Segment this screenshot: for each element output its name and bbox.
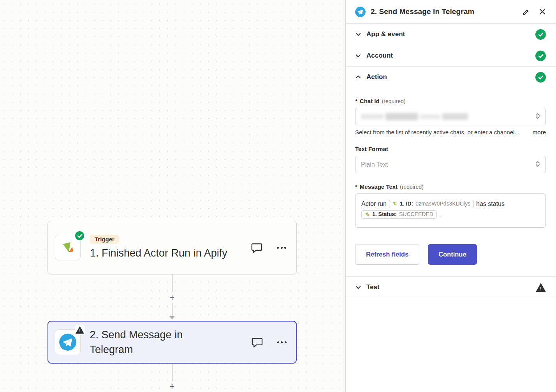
connector-line <box>172 364 172 381</box>
token-value: 0zmasW0Pds3KDClys <box>415 200 470 207</box>
message-text-label: Message Text <box>360 183 398 190</box>
text-format-label: Text Format <box>355 146 546 152</box>
close-icon <box>539 8 546 15</box>
text-format-select[interactable]: Plain Text <box>355 156 546 173</box>
add-step-button[interactable]: + <box>167 381 178 392</box>
section-label: App & event <box>366 30 405 38</box>
apify-app-icon-box <box>55 235 81 260</box>
chevron-up-icon <box>355 74 361 80</box>
section-label: Action <box>366 73 387 81</box>
section-account: Account <box>346 45 556 67</box>
chat-id-select[interactable] <box>355 108 546 125</box>
apify-icon <box>392 201 398 207</box>
message-text-input[interactable]: Actor run1. ID:0zmasW0Pds3KDClyshas stat… <box>355 193 546 228</box>
field-token-run-status[interactable]: 1. Status:SUCCEEDED <box>361 210 437 219</box>
message-text-middle: has status <box>476 200 505 207</box>
section-header-account[interactable]: Account <box>346 45 556 66</box>
step-title: 1. Finished Actor Run in Apify <box>90 246 227 260</box>
panel-header: 2. Send Message in Telegram <box>346 0 556 24</box>
chat-id-label: Chat Id <box>360 98 380 104</box>
more-link[interactable]: more <box>533 129 546 135</box>
telegram-icon <box>355 7 366 17</box>
message-text-suffix: . <box>439 211 441 218</box>
add-step-button[interactable]: + <box>167 292 178 303</box>
select-updown-icon <box>535 161 540 169</box>
message-text-prefix: Actor run <box>361 200 387 207</box>
section-header-action[interactable]: Action <box>346 67 556 88</box>
step-settings-panel: 2. Send Message in Telegram App & event <box>345 0 556 392</box>
section-app-event: App & event <box>346 24 556 45</box>
telegram-app-icon-box: ! <box>55 329 81 355</box>
step-card-trigger[interactable]: Trigger 1. Finished Actor Run in Apify <box>48 221 297 274</box>
step-card-action[interactable]: ! 2. Send Message in Telegram <box>48 321 297 364</box>
success-check-icon <box>535 51 546 61</box>
success-check-icon <box>74 230 85 241</box>
select-updown-icon <box>535 113 540 121</box>
warning-badge: ! <box>75 325 85 335</box>
apify-icon <box>59 239 76 256</box>
chevron-down-icon <box>355 31 361 37</box>
token-label: 1. Status: <box>372 211 397 218</box>
token-label: 1. ID: <box>400 200 413 207</box>
text-format-value: Plain Text <box>361 161 388 168</box>
required-marker: * <box>355 183 357 190</box>
chat-id-label-row: * Chat Id (required) <box>355 98 546 104</box>
section-header-app-event[interactable]: App & event <box>346 24 556 45</box>
panel-title: 2. Send Message in Telegram <box>371 7 474 16</box>
action-form: * Chat Id (required) Select from the lis… <box>346 88 556 276</box>
section-header-test[interactable]: Test ! <box>346 277 556 298</box>
field-token-run-id[interactable]: 1. ID:0zmasW0Pds3KDClys <box>389 200 474 208</box>
required-note: (required) <box>382 98 406 104</box>
step-title: 2. Send Message in Telegram <box>90 327 207 357</box>
comment-icon[interactable] <box>251 242 263 254</box>
chevron-down-icon <box>355 53 361 59</box>
step-menu-button[interactable] <box>277 245 286 250</box>
continue-button[interactable]: Continue <box>428 244 477 265</box>
refresh-fields-button[interactable]: Refresh fields <box>355 244 419 265</box>
workflow-canvas: + + Trigger 1. Finished Actor Run in Api… <box>0 0 345 392</box>
message-text-label-row: * Message Text (required) <box>355 183 546 190</box>
close-panel-button[interactable] <box>539 8 546 15</box>
section-test: Test ! <box>346 277 556 298</box>
required-marker: * <box>355 98 357 104</box>
warning-icon: ! <box>536 283 546 292</box>
pencil-icon <box>522 8 530 16</box>
comment-icon[interactable] <box>251 336 263 348</box>
trigger-badge: Trigger <box>90 235 119 244</box>
warning-icon: ! <box>76 326 84 334</box>
step-info: Trigger 1. Finished Actor Run in Apify <box>90 235 227 260</box>
section-label: Test <box>366 283 380 291</box>
edit-title-button[interactable] <box>522 8 530 16</box>
success-check-icon <box>535 72 546 83</box>
success-check-icon <box>535 29 546 40</box>
apify-icon <box>364 211 370 217</box>
step-menu-button[interactable] <box>277 340 287 345</box>
telegram-icon <box>59 334 76 351</box>
step-info: 2. Send Message in Telegram <box>90 327 207 357</box>
chat-id-redacted-value <box>361 113 468 120</box>
connector-arrow-icon <box>169 316 175 320</box>
chat-id-helper-text: Select from the list of recently active … <box>355 129 527 135</box>
required-note: (required) <box>400 184 424 190</box>
section-label: Account <box>366 52 393 60</box>
token-value: SUCCEEDED <box>399 211 433 218</box>
section-action: Action * Chat Id (required) <box>346 67 556 277</box>
chevron-down-icon <box>355 284 361 290</box>
